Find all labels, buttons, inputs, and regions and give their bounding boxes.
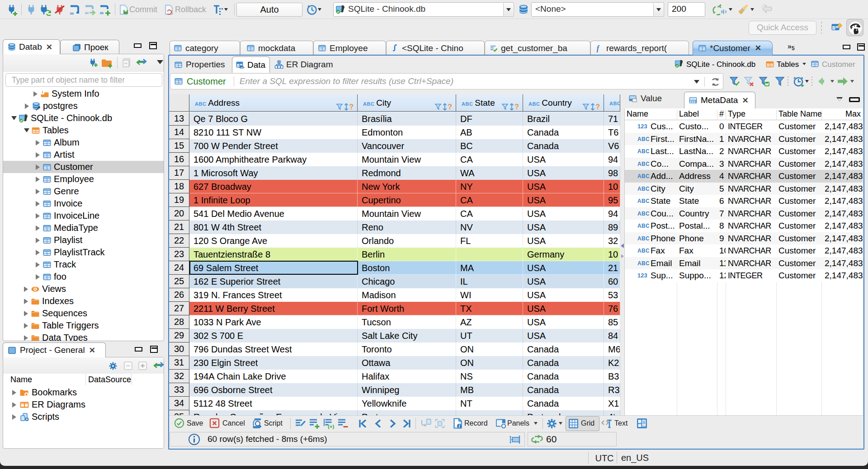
svg-text:<>: <> [239, 65, 245, 70]
svg-text:(+): (+) [328, 424, 335, 429]
